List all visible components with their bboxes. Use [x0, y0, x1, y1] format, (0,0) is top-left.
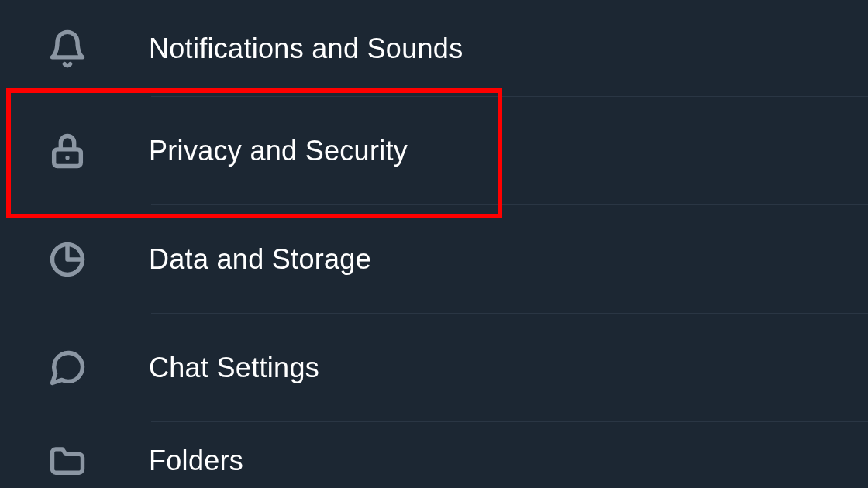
settings-item-privacy[interactable]: Privacy and Security — [0, 97, 868, 205]
folder-icon — [45, 438, 90, 483]
svg-point-1 — [65, 156, 69, 160]
settings-item-label: Notifications and Sounds — [149, 33, 463, 65]
settings-item-label: Chat Settings — [149, 352, 319, 384]
settings-item-notifications[interactable]: Notifications and Sounds — [0, 0, 868, 97]
settings-item-label: Data and Storage — [149, 243, 371, 276]
pie-chart-icon — [45, 237, 90, 282]
chat-icon — [45, 345, 90, 390]
bell-icon — [45, 26, 90, 71]
settings-item-data-storage[interactable]: Data and Storage — [0, 205, 868, 314]
settings-item-label: Folders — [149, 445, 243, 477]
settings-item-chat-settings[interactable]: Chat Settings — [0, 314, 868, 422]
lock-icon — [45, 129, 90, 174]
settings-item-folders[interactable]: Folders — [0, 422, 868, 488]
settings-list: Notifications and Sounds Privacy and Sec… — [0, 0, 868, 488]
settings-item-label: Privacy and Security — [149, 135, 408, 167]
